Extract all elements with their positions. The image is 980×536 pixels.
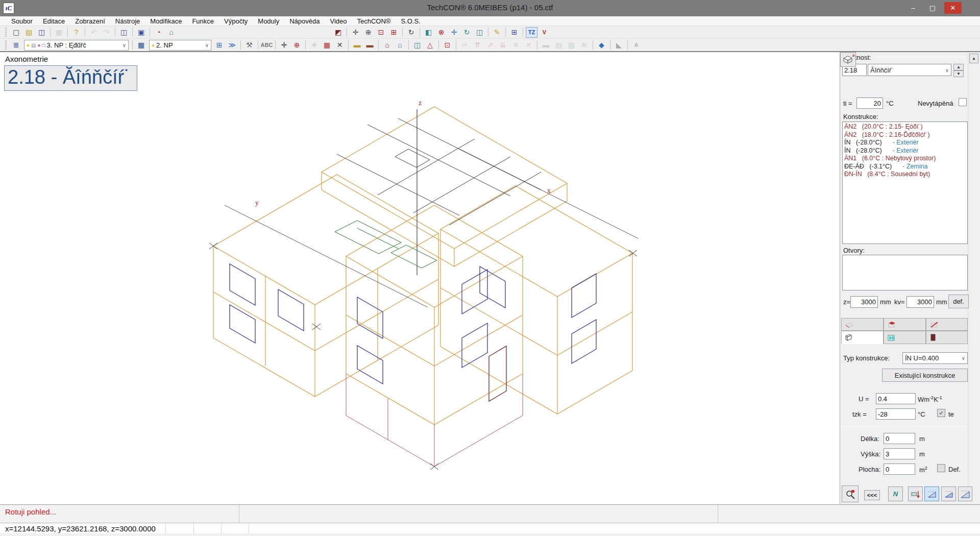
orbit-icon[interactable]: ↻ xyxy=(405,27,417,38)
maximize-button[interactable]: ▢ xyxy=(924,2,941,14)
zoom-extents-icon[interactable]: ⊞ xyxy=(388,27,400,38)
add-icon[interactable]: ✚ xyxy=(308,40,320,51)
menu-item[interactable]: S.O.S. xyxy=(396,17,425,25)
help-icon[interactable]: ? xyxy=(70,27,82,38)
diamond-icon[interactable]: ◆ xyxy=(596,40,607,51)
house-blue-icon[interactable]: ⌂ xyxy=(394,40,406,51)
slope-tool-1-button[interactable] xyxy=(924,486,939,501)
menu-item[interactable]: Video xyxy=(325,17,352,25)
z-field[interactable] xyxy=(850,296,878,308)
brick-icon[interactable]: ▤ xyxy=(553,40,565,51)
toolbar-button[interactable] xyxy=(347,28,347,37)
toolbar-button[interactable] xyxy=(348,40,349,50)
room-name-combo[interactable]: Ăîńňčíŕ˙ ∨ xyxy=(868,64,951,76)
ruler-icon[interactable]: ▬ xyxy=(351,40,363,51)
redo-icon[interactable]: ↷ xyxy=(101,27,112,38)
toolbar-button[interactable] xyxy=(85,28,85,37)
toolbar-button[interactable] xyxy=(150,28,150,37)
menu-item[interactable]: Soubor xyxy=(6,17,38,25)
wrench-icon[interactable]: ⚒ xyxy=(243,40,255,51)
tab-roof[interactable] xyxy=(926,318,968,331)
toolbar-button[interactable] xyxy=(438,40,439,50)
minimize-button[interactable]: – xyxy=(904,2,922,14)
tab-ceiling[interactable] xyxy=(884,318,926,331)
tab-door[interactable] xyxy=(926,331,968,344)
model-home-icon[interactable]: ⌂ xyxy=(165,27,177,38)
delete-x-icon[interactable]: ✕ xyxy=(334,40,346,51)
drawing-canvas[interactable]: z x y Axonometrie 2.18 - Ăîńňčíŕ˙ xyxy=(0,52,840,504)
toolbar-button[interactable] xyxy=(132,40,133,50)
move-icon[interactable]: ✛ xyxy=(448,27,460,38)
otvory-list[interactable] xyxy=(842,255,968,290)
copy-room-button[interactable]: » xyxy=(840,52,856,67)
rotate-snap-icon[interactable]: ⊕ xyxy=(291,40,303,51)
toolbar-button[interactable] xyxy=(378,40,379,50)
box-3d-icon[interactable]: ◫ xyxy=(411,40,423,51)
taskbar[interactable] xyxy=(0,533,980,536)
hatch-icon[interactable]: ▨ xyxy=(566,40,577,51)
plocha-def-checkbox[interactable] xyxy=(937,464,945,472)
toolbar-button[interactable] xyxy=(408,40,409,50)
tab-window[interactable] xyxy=(884,331,926,344)
layer-target-icon[interactable]: ◧ xyxy=(423,27,434,38)
toolbar-button[interactable] xyxy=(275,40,276,50)
rotate-icon[interactable]: ↻ xyxy=(461,27,473,38)
delete-dotted-icon[interactable]: ✕ xyxy=(510,40,522,51)
menu-item[interactable]: Moduly xyxy=(253,17,284,25)
erase-red-icon[interactable]: ⊗ xyxy=(435,27,447,38)
toolbar-button[interactable] xyxy=(115,28,115,37)
print-icon[interactable]: ▦ xyxy=(53,27,65,38)
ruler-roof-icon[interactable]: ▬ xyxy=(364,40,376,51)
toolbar-button[interactable] xyxy=(67,28,68,37)
wall-segment-button[interactable]: N xyxy=(888,486,903,501)
delete-dotted2-icon[interactable]: ✕ xyxy=(523,40,534,51)
konstrukce-item[interactable]: ĐN-ÍN (8.4°C : Sousední byt) xyxy=(843,170,967,179)
te-checkbox[interactable]: ✔ xyxy=(937,409,945,417)
konstrukce-item[interactable]: ÄN1 (6.0°C : Nebytový prostor) xyxy=(843,155,967,163)
plocha-field[interactable] xyxy=(884,464,915,475)
toolbar-button[interactable] xyxy=(537,40,537,50)
tab-floor[interactable] xyxy=(841,318,884,331)
toolbar-button[interactable] xyxy=(593,40,593,50)
trim-icon[interactable]: ✂ xyxy=(459,40,471,51)
menu-item[interactable]: Nápověda xyxy=(284,17,325,25)
pan-icon[interactable]: ✛ xyxy=(350,27,361,38)
menu-item[interactable]: Editace xyxy=(38,17,70,25)
konstrukce-item[interactable]: ĐE-ÁĐ (-3.1°C) - Zemina xyxy=(843,163,967,171)
zoom-window-icon[interactable]: ⊡ xyxy=(375,27,387,38)
drop-connection-button[interactable] xyxy=(908,486,923,501)
toolbar-button[interactable] xyxy=(305,40,306,50)
slope-tool-2-button[interactable] xyxy=(941,486,956,501)
toolbar-button[interactable] xyxy=(178,27,331,38)
menu-item[interactable]: Funkce xyxy=(187,17,219,25)
toolbar-button[interactable] xyxy=(523,28,523,37)
toolbar-button[interactable] xyxy=(627,40,628,50)
konstrukce-item[interactable]: ÍN (-28.0°C) - Exteriér xyxy=(843,147,967,155)
undo-icon[interactable]: ↶ xyxy=(88,27,100,38)
wall-grid-icon[interactable]: ⊞ xyxy=(508,27,520,38)
konstrukce-item[interactable]: ÍN (-28.0°C) - Exteriér xyxy=(843,139,967,147)
tab-wall[interactable] xyxy=(841,331,884,344)
snap-cross-icon[interactable]: ✛ xyxy=(278,40,290,51)
roof-lower-icon[interactable]: ⇊ xyxy=(497,40,509,51)
project-browser-icon[interactable]: ▣ xyxy=(135,27,147,38)
floor-combo[interactable]: ● 2. NP ∨ xyxy=(149,40,211,51)
save-icon[interactable]: ◫ xyxy=(36,27,47,38)
konstrukce-list[interactable]: ÄN2 (20.0°C : 2.15- Ęóőí˙) ÄN2 (18.0°C :… xyxy=(842,121,968,244)
toolbar-button[interactable] xyxy=(420,28,420,37)
abc-icon[interactable]: ABC xyxy=(261,40,273,51)
axonometric-viewport[interactable]: z x y xyxy=(0,52,840,505)
close-button[interactable]: ✕ xyxy=(944,2,962,14)
roof-red-icon[interactable]: △ xyxy=(424,40,436,51)
nevytapena-checkbox[interactable] xyxy=(959,98,967,106)
konstrukce-item[interactable]: ÄN2 (20.0°C : 2.15- Ęóőí˙) xyxy=(843,123,967,131)
toolbar-button[interactable] xyxy=(50,28,51,37)
def-button[interactable]: def. xyxy=(948,295,969,308)
mirror-icon[interactable]: ◫ xyxy=(474,27,485,38)
v-button[interactable]: V xyxy=(538,27,550,38)
toolbar-button[interactable] xyxy=(402,28,403,37)
clock-icon[interactable]: ◔ xyxy=(153,27,164,38)
room-spin-down[interactable]: ▼ xyxy=(953,70,964,77)
ti-field[interactable] xyxy=(856,98,883,109)
roof-gray-icon[interactable]: ◣ xyxy=(613,40,625,51)
